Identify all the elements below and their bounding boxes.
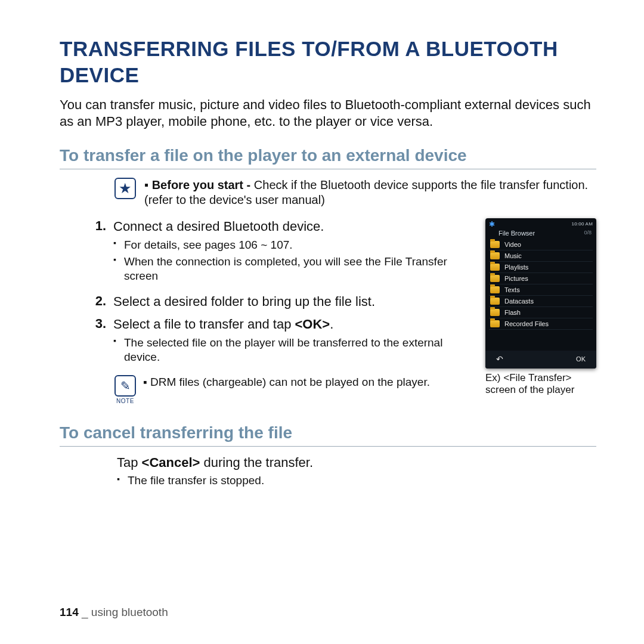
device-folder-flash: Flash <box>489 307 593 318</box>
section-heading-1: To transfer a file on the player to an e… <box>60 146 596 169</box>
back-icon: ↶ <box>496 354 503 364</box>
device-ok: OK <box>576 355 586 363</box>
before-start-note: ★ ▪ Before you start - Check if the Blue… <box>114 178 596 208</box>
step-3-sub-1: The selected file on the player will be … <box>113 336 475 364</box>
note-label: NOTE <box>116 398 134 404</box>
star-icon: ★ <box>114 178 136 199</box>
folder-icon <box>490 320 500 327</box>
device-folder-datacasts: Datacasts <box>489 296 593 307</box>
page-title: TRANSFERRING FILES TO/FROM A BLUETOOTH D… <box>60 36 596 88</box>
folder-icon <box>490 241 500 248</box>
folder-icon <box>490 309 500 316</box>
step-2: 2. Select a desired folder to bring up t… <box>60 293 475 310</box>
cancel-instruction: Tap <Cancel> during the transfer. <box>117 455 596 470</box>
folder-icon <box>490 252 500 259</box>
device-folder-video: Video <box>489 239 593 250</box>
device-folder-texts: Texts <box>489 284 593 296</box>
device-folder-playlists: Playlists <box>489 262 593 273</box>
device-counter: 0/8 <box>584 230 592 237</box>
device-folder-pictures: Pictures <box>489 273 593 284</box>
folder-icon <box>490 286 500 293</box>
step-1-sub-2: When the connection is completed, you wi… <box>113 255 475 283</box>
bluetooth-icon: ✱ <box>489 220 495 228</box>
device-time: 10:00 AM <box>572 221 593 227</box>
device-caption: Ex) <File Transfer> screen of the player <box>485 372 596 397</box>
device-breadcrumb: File Browser <box>499 230 535 237</box>
before-start-text: ▪ Before you start - Check if the Blueto… <box>144 178 596 208</box>
folder-icon <box>490 298 500 305</box>
cancel-sub: The file transfer is stopped. <box>117 474 596 487</box>
pencil-icon: ✎ <box>114 375 136 397</box>
drm-note: ✎ NOTE ▪ DRM files (chargeable) can not … <box>114 375 475 404</box>
device-folder-recorded: Recorded Files <box>489 318 593 330</box>
step-1: 1. Connect a desired Bluetooth device. F… <box>60 218 475 288</box>
step-3: 3. Select a file to transfer and tap <OK… <box>60 316 475 369</box>
device-folder-music: Music <box>489 250 593 262</box>
intro-text: You can transfer music, picture and vide… <box>60 97 596 131</box>
section-heading-2: To cancel transferring the file <box>60 423 596 447</box>
page-footer: 114 _ using bluetooth <box>60 606 168 619</box>
step-1-sub-1: For details, see pages 106 ~ 107. <box>113 238 475 252</box>
folder-icon <box>490 275 500 282</box>
device-screenshot: ✱ 10:00 AM File Browser 0/8 Video Music … <box>485 218 596 369</box>
folder-icon <box>490 264 500 271</box>
